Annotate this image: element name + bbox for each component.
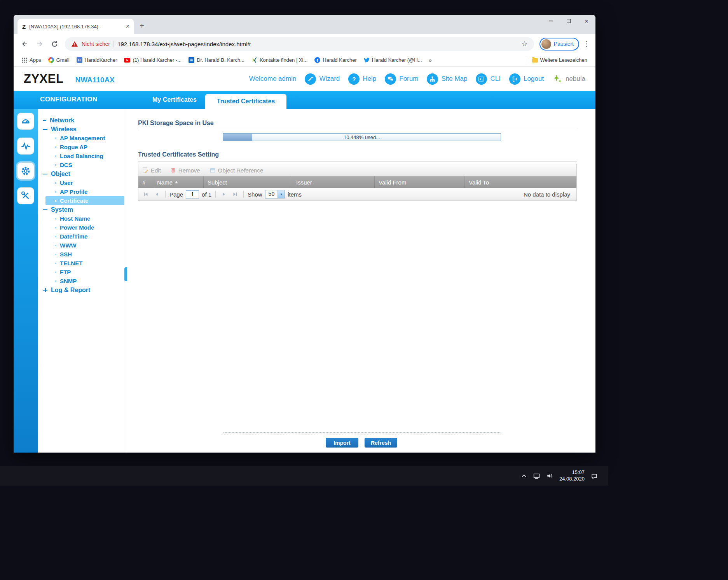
sidebar-item-www[interactable]: WWW — [38, 241, 127, 250]
sidebar-item-ssh[interactable]: SSH — [38, 250, 127, 259]
last-page-icon — [232, 192, 238, 197]
browser-menu-button[interactable]: ⋮ — [581, 40, 592, 48]
sidebar-item-snmp[interactable]: SNMP — [38, 277, 127, 286]
column-header-name[interactable]: Name — [153, 176, 204, 188]
bookmark-youtube[interactable]: (1) Harald Karcher -... — [120, 57, 185, 63]
remove-button[interactable]: Remove — [170, 167, 200, 174]
cli-link[interactable]: CLI — [476, 73, 500, 85]
site-icon: H — [77, 57, 82, 63]
rail-monitor-button[interactable] — [17, 138, 34, 155]
column-header-valid-to[interactable]: Valid To — [465, 176, 576, 188]
sidebar-item-log-report[interactable]: Log & Report — [38, 286, 127, 294]
bookmark-facebook[interactable]: f Harald Karcher — [311, 57, 360, 63]
window-close-button[interactable]: × — [578, 15, 595, 27]
forum-link[interactable]: Forum — [385, 73, 418, 85]
sidebar-item-certificate[interactable]: Certificate — [45, 196, 124, 205]
browser-tabstrip: Z [NWA110AX] (192.168.178.34) - × + × — [14, 15, 595, 34]
url-text[interactable]: 192.168.178.34/ext-js/web-pages/index/in… — [117, 41, 518, 47]
prev-page-button[interactable] — [153, 190, 161, 199]
sidebar-item-load-balancing[interactable]: Load Balancing — [38, 152, 127, 160]
bookmark-xing[interactable]: Kontakte finden | Xl... — [248, 57, 311, 63]
wizard-link[interactable]: Wizard — [305, 73, 340, 85]
sidebar-item-user[interactable]: User — [38, 178, 127, 187]
rail-maintenance-button[interactable] — [17, 187, 34, 204]
sidebar-item-telnet[interactable]: TELNET — [38, 259, 127, 268]
rail-configuration-button[interactable] — [17, 162, 34, 179]
bookmark-twitter[interactable]: Harald Karcher (@H... — [360, 57, 426, 63]
bullet-icon — [55, 138, 56, 139]
footer-buttons: Import Refresh — [326, 438, 397, 448]
sidebar-item-dcs[interactable]: DCS — [38, 160, 127, 169]
first-page-button[interactable] — [141, 190, 150, 199]
collapse-icon[interactable] — [43, 174, 47, 174]
last-page-button[interactable] — [231, 190, 239, 199]
refresh-button[interactable]: Refresh — [365, 438, 397, 448]
sidebar-item-host-name[interactable]: Host Name — [38, 214, 127, 223]
sidebar-item-system[interactable]: System — [38, 205, 127, 214]
config-menu: Network Wireless AP Management Rogue AP … — [38, 109, 127, 453]
window-maximize-button[interactable] — [560, 15, 578, 27]
reload-button[interactable] — [47, 37, 62, 51]
address-bar[interactable]: Nicht sicher 192.168.178.34/ext-js/web-p… — [65, 37, 534, 51]
taskbar-clock[interactable]: 15:07 24.08.2020 — [559, 469, 585, 482]
tab-trusted-certificates[interactable]: Trusted Certificates — [205, 94, 286, 109]
tray-chevron-up-icon[interactable] — [521, 473, 527, 479]
other-bookmarks-button[interactable]: Weitere Lesezeichen — [529, 57, 591, 63]
sidebar-item-date-time[interactable]: Date/Time — [38, 232, 127, 241]
column-header-subject[interactable]: Subject — [204, 176, 292, 188]
apps-grid-icon — [22, 57, 27, 63]
edit-button[interactable]: Edit — [142, 167, 161, 174]
column-header-valid-from[interactable]: Valid From — [375, 176, 465, 188]
sidebar-item-network[interactable]: Network — [38, 116, 127, 125]
sidebar-item-wireless[interactable]: Wireless — [38, 125, 127, 134]
tray-network-icon[interactable] — [533, 473, 540, 479]
logout-link[interactable]: Logout — [509, 73, 544, 85]
expand-icon[interactable] — [43, 288, 47, 292]
sidebar-item-ap-profile[interactable]: AP Profile — [38, 187, 127, 196]
bookmark-gmail[interactable]: Gmail — [45, 57, 73, 63]
zyxel-logo: ZYXEL — [24, 72, 63, 86]
items-per-page-select[interactable]: 50 ▾ — [265, 190, 285, 199]
bookmark-haraldkarcher[interactable]: H HaraldKarcher — [73, 57, 121, 63]
action-center-icon[interactable] — [591, 473, 597, 479]
sidebar-item-ap-management[interactable]: AP Management — [38, 134, 127, 143]
bookmark-star-icon[interactable]: ☆ — [522, 40, 528, 48]
sidebar-collapse-handle[interactable] — [124, 267, 127, 281]
forward-button[interactable] — [32, 37, 47, 51]
bullet-icon — [55, 182, 56, 184]
first-page-icon — [143, 192, 148, 197]
sidebar-item-rogue-ap[interactable]: Rogue AP — [38, 143, 127, 152]
import-button[interactable]: Import — [326, 438, 358, 448]
column-header-issuer[interactable]: Issuer — [292, 176, 375, 188]
show-label: Show — [248, 191, 262, 198]
browser-tab[interactable]: Z [NWA110AX] (192.168.178.34) - × — [17, 19, 134, 34]
header-links: Welcome admin Wizard ? Help Forum Site M… — [249, 73, 585, 85]
browser-profile-button[interactable]: Pausiert — [539, 38, 579, 51]
help-link[interactable]: ? Help — [348, 73, 376, 85]
window-minimize-button[interactable] — [542, 15, 560, 27]
tab-my-certificates[interactable]: My Certificates — [144, 91, 205, 109]
bookmark-linkedin[interactable]: in Dr. Harald B. Karch... — [185, 57, 248, 63]
security-warning-label[interactable]: Nicht sicher — [82, 41, 110, 47]
sidebar-item-ftp[interactable]: FTP — [38, 268, 127, 277]
linkedin-icon: in — [189, 57, 194, 63]
collapse-icon[interactable] — [43, 129, 47, 130]
sitemap-link[interactable]: Site Map — [427, 73, 467, 85]
collapse-icon[interactable] — [43, 209, 47, 210]
nebula-link[interactable]: nebula — [552, 74, 585, 84]
tab-close-icon[interactable]: × — [126, 23, 129, 30]
rail-dashboard-button[interactable] — [17, 113, 34, 130]
next-page-button[interactable] — [220, 190, 228, 199]
sidebar-item-object[interactable]: Object — [38, 169, 127, 178]
bullet-icon — [55, 272, 56, 273]
sidebar-item-power-mode[interactable]: Power Mode — [38, 223, 127, 232]
bookmarks-overflow-chevron[interactable]: » — [426, 57, 435, 63]
tray-volume-icon[interactable] — [546, 473, 553, 479]
bookmark-apps[interactable]: Apps — [18, 57, 45, 63]
object-reference-button[interactable]: Object Reference — [209, 167, 264, 174]
page-input[interactable] — [186, 190, 199, 199]
back-button[interactable] — [17, 37, 32, 51]
column-header-index[interactable]: # — [138, 176, 153, 188]
wand-icon — [305, 73, 316, 85]
new-tab-button[interactable]: + — [140, 21, 144, 30]
